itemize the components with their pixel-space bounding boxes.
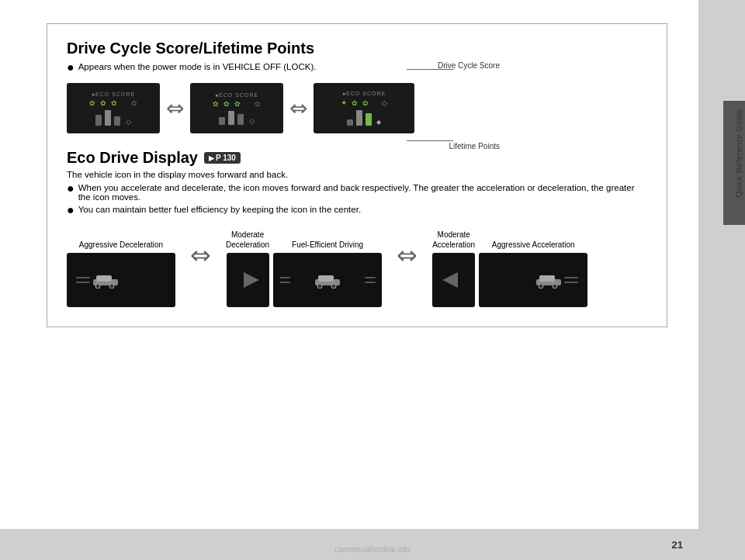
dash-1 bbox=[76, 277, 90, 278]
eco-icon-2-1: ✿ bbox=[213, 100, 219, 108]
svg-rect-1 bbox=[96, 275, 112, 282]
page-ref-arrow-icon: ▶ bbox=[209, 154, 214, 162]
drive-cycle-section: Drive Cycle Score/Lifetime Points ● Appe… bbox=[67, 40, 647, 133]
display-moderate-accel bbox=[432, 253, 475, 307]
diagram-aggressive-accel: Aggressive Acceleration bbox=[479, 228, 587, 307]
diagram-moderate-accel: Moderate Acceleration bbox=[432, 228, 475, 307]
eco-icon-dot-3: · bbox=[375, 100, 376, 105]
eco-icons-1: ✿ ✿ ✿ · ✿ bbox=[89, 99, 137, 107]
eco-drive-title-text: Eco Drive Display bbox=[67, 149, 198, 167]
eco-score-text-3: ●ECO SCORE bbox=[342, 91, 386, 96]
svg-marker-4 bbox=[244, 272, 259, 288]
eco-drive-body: The vehicle icon in the display moves fo… bbox=[67, 170, 647, 179]
dash-6 bbox=[365, 282, 376, 283]
page-number: 21 bbox=[672, 539, 683, 551]
eco-icon-leaf-3: ✿ bbox=[111, 99, 117, 107]
svg-rect-6 bbox=[318, 275, 334, 282]
bar3-2 bbox=[356, 110, 362, 126]
diamond-icon-3: ◆ bbox=[376, 119, 381, 126]
sidebar-label: Quick Reference Guide bbox=[735, 109, 743, 197]
eco-bar-2: ◇ bbox=[219, 111, 255, 125]
car-container-2 bbox=[273, 253, 382, 307]
eco-drive-bullet1: ● When you accelerate and decelerate, th… bbox=[67, 183, 647, 202]
diagram-fuel-efficient: Fuel-Efficient Driving bbox=[273, 228, 382, 307]
arrow-accel: ⇔ bbox=[386, 228, 428, 282]
dash-left-1 bbox=[76, 277, 90, 283]
bar3-3 bbox=[366, 113, 372, 126]
eco-drive-title-row: Eco Drive Display ▶ P 130 bbox=[67, 149, 647, 167]
eco-icon-3-star: ✦ bbox=[341, 99, 347, 107]
display-fuel-efficient bbox=[273, 253, 382, 307]
moderate-accel-svg bbox=[438, 268, 470, 292]
bar2-1 bbox=[219, 117, 225, 125]
diamond-icon-2: ◇ bbox=[249, 117, 255, 125]
eco-icon-dot-2: · bbox=[247, 101, 248, 106]
bar3-1 bbox=[347, 119, 353, 126]
svg-point-7 bbox=[317, 284, 322, 289]
dash-left-2 bbox=[279, 277, 290, 283]
eco-drive-bullet2: ● You can maintain better fuel efficienc… bbox=[67, 205, 647, 216]
eco-bar-1: ◇ bbox=[95, 110, 131, 126]
eco-icon-leaf-4: ✿ bbox=[131, 99, 137, 107]
eco-icon-leaf-2: ✿ bbox=[100, 99, 106, 107]
diagram-moderate-decel: Moderate Deceleration bbox=[226, 228, 269, 307]
eco-icon-3-3: ◇ bbox=[382, 99, 387, 107]
svg-point-2 bbox=[95, 284, 100, 289]
label-moderate-decel: Moderate Deceleration bbox=[226, 228, 269, 250]
car-svg-1 bbox=[90, 271, 121, 289]
eco-icons-2: ✿ ✿ ✿ · ✿ bbox=[213, 100, 261, 108]
drive-cycle-bullet1: ● Appears when the power mode is in VEHI… bbox=[67, 62, 647, 74]
eco-score-text-1: ●ECO SCORE bbox=[92, 92, 135, 97]
eco-display-3: ●ECO SCORE ✦ ✿ ✿ · ◇ ◆ bbox=[314, 83, 414, 133]
dash-4 bbox=[279, 282, 290, 283]
bullet-dot-3: ● bbox=[67, 204, 74, 216]
svg-point-12 bbox=[539, 284, 543, 289]
bar-3 bbox=[114, 116, 120, 126]
drive-cycle-displays: ●ECO SCORE ✿ ✿ ✿ · ✿ ◇ bbox=[67, 83, 647, 133]
label-fuel-efficient: Fuel-Efficient Driving bbox=[292, 228, 363, 250]
svg-point-3 bbox=[109, 284, 114, 289]
label-aggressive-accel: Aggressive Acceleration bbox=[492, 228, 575, 250]
moderate-decel-svg bbox=[232, 268, 263, 292]
eco-icon-2-3: ✿ bbox=[234, 100, 241, 108]
arrow-2: ⇔ bbox=[289, 98, 307, 119]
dash-3 bbox=[279, 277, 290, 278]
svg-point-8 bbox=[331, 284, 336, 289]
bullet-dot-2: ● bbox=[67, 182, 74, 195]
svg-marker-9 bbox=[442, 272, 458, 288]
eco-icon-3-2: ✿ bbox=[362, 99, 369, 107]
arrow-decel-symbol: ⇔ bbox=[190, 240, 211, 270]
eco-icon-2-2: ✿ bbox=[224, 100, 230, 108]
car-svg-3 bbox=[533, 271, 564, 289]
display-moderate-decel bbox=[227, 253, 269, 307]
car-svg-2 bbox=[312, 271, 343, 289]
bar2-3 bbox=[237, 114, 244, 125]
drive-cycle-displays-container: ●ECO SCORE ✿ ✿ ✿ · ✿ ◇ bbox=[67, 83, 647, 133]
diamond-icon-1: ◇ bbox=[126, 118, 131, 126]
dash-right-3 bbox=[564, 277, 578, 283]
eco-diagrams-row: Aggressive Deceleration bbox=[67, 228, 647, 307]
arrow-decel: ⇔ bbox=[179, 228, 222, 282]
eco-bar-3: ◆ bbox=[347, 110, 381, 126]
svg-rect-11 bbox=[539, 275, 555, 282]
lifetime-points-label: Lifetime Points bbox=[449, 142, 500, 150]
watermark: carmanualsonline.info bbox=[334, 545, 410, 554]
eco-drive-section: Eco Drive Display ▶ P 130 The vehicle ic… bbox=[67, 149, 647, 307]
page-ref-number: P 130 bbox=[216, 154, 236, 162]
eco-icon-leaf-1: ✿ bbox=[89, 99, 95, 107]
bottom-bar: 21 bbox=[0, 529, 698, 560]
svg-point-13 bbox=[553, 284, 557, 289]
drive-cycle-title: Drive Cycle Score/Lifetime Points bbox=[67, 40, 647, 57]
eco-score-text-2: ●ECO SCORE bbox=[215, 92, 258, 98]
eco-icon-3-1: ✿ bbox=[352, 99, 358, 107]
dash-5 bbox=[365, 277, 376, 278]
dash-7 bbox=[564, 277, 578, 278]
eco-icons-3: ✦ ✿ ✿ · ◇ bbox=[341, 99, 388, 107]
eco-icon-2-4: ✿ bbox=[255, 100, 261, 108]
label-aggressive-decel: Aggressive Deceleration bbox=[79, 228, 163, 250]
callout-line-bottom bbox=[407, 140, 453, 141]
dash-right-2 bbox=[365, 277, 376, 283]
bullet-dot-1: ● bbox=[67, 61, 74, 74]
car-container-3 bbox=[479, 253, 587, 307]
bar-2 bbox=[105, 110, 111, 126]
